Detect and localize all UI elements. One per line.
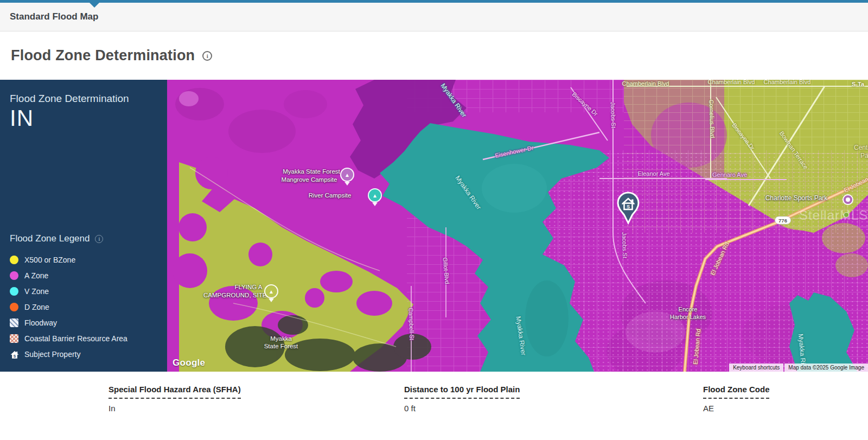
d-zone-dot-icon [10, 303, 18, 311]
water-label: Myakka River [514, 316, 527, 356]
google-logo[interactable]: Google [173, 358, 205, 368]
legend-item-x500: X500 or BZone [10, 252, 157, 267]
street-label: Jacobs St [609, 102, 617, 129]
stat-sfha: Special Flood Hazard Area (SFHA) In [108, 385, 241, 413]
poi-label: FLYING A [235, 284, 263, 291]
street-label: Bowman Terrace [778, 130, 809, 170]
street-label: Biscayne Dr [571, 91, 599, 117]
water-label: Myakka River [454, 174, 482, 211]
info-icon[interactable]: i [202, 51, 212, 61]
flood-stats-row: Special Flood Hazard Area (SFHA) In Dist… [0, 372, 868, 439]
legend-title: Flood Zone Legend [10, 233, 90, 244]
floodway-hatch-icon [10, 318, 18, 327]
page-header: Flood Zone Determination i [0, 31, 868, 80]
sidebar-spacer [10, 131, 157, 233]
stat-label-distance: Distance to 100 yr Flood Plain [404, 385, 520, 399]
map-data-attribution: Map data ©2025 Google Image [784, 364, 868, 372]
legend-label: A Zone [24, 271, 48, 280]
street-label: Jacobs St [621, 232, 629, 259]
house-icon: S [10, 350, 18, 359]
legend-label: D Zone [24, 303, 49, 311]
legend-label: Subject Property [24, 350, 81, 359]
map-sidebar: Flood Zone Determination IN Flood Zone L… [0, 80, 167, 372]
poi-label: State Forest [264, 343, 298, 350]
v-zone-dot-icon [10, 287, 18, 296]
legend-title-row: Flood Zone Legend i [10, 233, 157, 244]
svg-text:S: S [627, 204, 630, 209]
stat-distance: Distance to 100 yr Flood Plain 0 ft [404, 385, 520, 413]
coastal-barrier-crosshatch-icon [10, 334, 18, 343]
svg-text:S: S [14, 354, 16, 358]
street-label: Chamberlain Blvd [622, 80, 669, 87]
street-label: Biscayne Dr [731, 122, 756, 152]
legend-item-coastal-barrier: Coastal Barrier Resource Area [10, 330, 157, 346]
street-label: Chamberlain Blvd [708, 80, 755, 86]
water-label: Myakka Ri [796, 333, 807, 364]
legend-label: V Zone [24, 287, 49, 296]
legend-label: X500 or BZone [24, 256, 75, 264]
stellar-mls-watermark: StellarMLS [799, 208, 868, 223]
legend-item-d-zone: D Zone [10, 299, 157, 315]
street-label: Eisenhower Dr [494, 144, 534, 160]
x500-zone-dot-icon [10, 256, 18, 264]
poi-label: Myakka State Forest [283, 168, 340, 176]
subject-property-pin[interactable]: S [616, 192, 641, 225]
poi-label: Mangrove Campsite [282, 176, 337, 184]
map-attribution: Keyboard shortcuts Map data ©2025 Google… [729, 364, 868, 372]
legend-label: Floodway [24, 318, 57, 327]
legend-item-a-zone: A Zone [10, 267, 157, 283]
stat-value-distance: 0 ft [404, 404, 520, 413]
legend-item-v-zone: V Zone [10, 283, 157, 299]
poi-label: Harbor Lakes [670, 314, 706, 321]
active-tab-indicator-caret [90, 3, 99, 8]
poi-label: Pa [860, 152, 868, 160]
campsite-marker-flying-a[interactable]: ▲ [264, 284, 278, 298]
park-poi-dot[interactable] [844, 212, 849, 218]
map-labels-overlay: Myakka River Myakka River Myakka River M… [167, 80, 868, 372]
poi-label: Cente [854, 144, 868, 151]
legend-info-icon[interactable]: i [95, 235, 103, 243]
stat-value-sfha: In [108, 404, 241, 413]
page-title: Flood Zone Determination [11, 47, 195, 64]
street-label: El Jobean Rd [709, 241, 731, 276]
street-label: Campbell St [407, 308, 415, 340]
legend-label: Coastal Barrier Resource Area [24, 334, 127, 343]
legend-item-subject-property: S Subject Property [10, 346, 157, 362]
campsite-marker-mangrove[interactable]: ▲ [340, 168, 354, 182]
street-label: Eleanor Ave [637, 170, 669, 177]
stat-label-flood-zone-code: Flood Zone Code [703, 385, 769, 399]
route-776-shield: 776 [775, 216, 791, 225]
poi-label: River Campsite [309, 192, 352, 200]
street-label: Gillot Blvd [441, 257, 450, 284]
stat-label-sfha: Special Flood Hazard Area (SFHA) [108, 385, 241, 399]
flood-zone-map[interactable]: Myakka River Myakka River Myakka River M… [167, 80, 868, 372]
street-label: S-Ta [852, 81, 864, 88]
street-label: Cornelius Blvd [707, 99, 716, 138]
poi-label: Myakka [270, 335, 292, 343]
street-label: El Jobean Rd [692, 329, 703, 365]
a-zone-dot-icon [10, 271, 18, 280]
stat-flood-zone-code: Flood Zone Code AE [703, 385, 769, 413]
street-label: El Jobean Rd [843, 171, 868, 194]
water-label: Myakka River [439, 82, 468, 119]
keyboard-shortcuts-link[interactable]: Keyboard shortcuts [729, 364, 783, 372]
stat-value-flood-zone-code: AE [703, 404, 769, 413]
street-label: Gennaro Ave [712, 171, 747, 178]
street-label: Chamberlain Blvd [764, 80, 811, 86]
poi-label: CAMPGROUND, SITE 1 [203, 292, 272, 299]
flood-map-panel: Flood Zone Determination IN Flood Zone L… [0, 80, 868, 372]
tab-bar: Standard Flood Map [0, 3, 868, 31]
tab-standard-flood-map[interactable]: Standard Flood Map [10, 11, 98, 22]
legend-item-floodway: Floodway [10, 315, 157, 330]
poi-label: Encore [679, 306, 698, 313]
campsite-marker-river[interactable]: ▲ [368, 188, 382, 202]
determination-value: IN [10, 106, 157, 131]
poi-label: Charlotte Sports Park [765, 194, 828, 202]
active-tab-accent-bar [0, 0, 868, 3]
determination-label: Flood Zone Determination [10, 93, 157, 105]
sports-park-marker[interactable] [843, 194, 853, 205]
